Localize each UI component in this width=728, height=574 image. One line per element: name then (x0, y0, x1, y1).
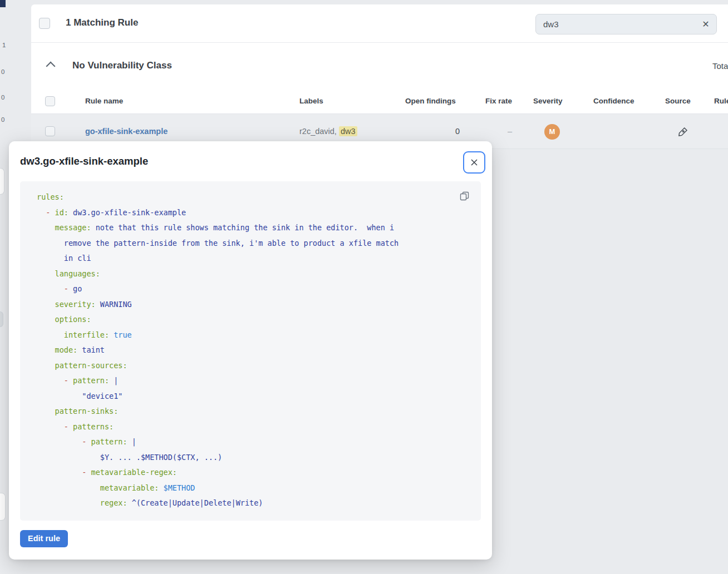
search-input[interactable] (536, 14, 702, 34)
close-dialog-button[interactable] (463, 151, 485, 174)
collapse-section-button[interactable] (43, 58, 58, 72)
left-edge-fragment (0, 311, 3, 327)
rule-detail-dialog: dw3.go-xfile-sink-example rules: - id: d… (9, 141, 492, 560)
code-line: pattern-sources: (37, 358, 399, 374)
column-header-confidence: Confidence (593, 89, 634, 113)
code-line: metavariable: $METHOD (37, 481, 399, 496)
page: 1000 1 Matching Rule ✕ No Vulnerability … (0, 0, 728, 574)
rule-search: ✕ (535, 14, 717, 34)
left-edge-fragment (0, 168, 4, 195)
column-header-rule: Rule (714, 89, 728, 113)
code-line: regex: ^(Create|Update|Delete|Write) (37, 496, 399, 511)
column-header-severity: Severity (533, 89, 563, 113)
vulnerability-class-title: No Vulnerability Class (72, 60, 172, 71)
matching-rules-count: 1 Matching Rule (66, 17, 138, 28)
close-icon (470, 158, 479, 167)
total-label: Total (712, 61, 728, 71)
rule-yaml-codeblock: rules: - id: dw3.go-xfile-sink-example m… (20, 181, 481, 521)
rail-number: 0 (1, 68, 4, 75)
code-line: options: (37, 312, 399, 328)
sidebar-corner-block (0, 0, 6, 7)
code-line: remove the pattern-inside from the sink,… (37, 236, 399, 251)
code-line: in cli (37, 251, 399, 266)
header-select-all-checkbox[interactable] (45, 96, 55, 106)
select-all-checkbox[interactable] (39, 18, 50, 29)
table-header-row: Rule nameLabelsOpen findingsFix rateSeve… (0, 89, 728, 113)
label-highlight: dw3 (339, 126, 357, 136)
column-header-open-findings: Open findings (405, 89, 456, 113)
copy-icon (460, 191, 469, 201)
column-header-source: Source (665, 89, 691, 113)
code-line: - metavariable-regex: (37, 465, 399, 481)
code-line: - go (37, 281, 399, 297)
chevron-up-icon (46, 61, 56, 71)
pen-source-icon (678, 127, 688, 137)
clear-search-button[interactable]: ✕ (699, 17, 713, 32)
toolbar-divider (31, 42, 728, 43)
column-header-fix-rate: Fix rate (485, 89, 512, 113)
code-line: severity: WARNING (37, 297, 399, 313)
code-line: - pattern: | (37, 373, 399, 389)
code-line: rules: (37, 190, 399, 205)
code-line: "device1" (37, 389, 399, 404)
code-line: - id: dw3.go-xfile-sink-example (37, 205, 399, 221)
code-line: interfile: true (37, 328, 399, 343)
code-line: - patterns: (37, 419, 399, 435)
severity-badge: M (544, 124, 560, 140)
copy-code-button[interactable] (456, 189, 472, 205)
dialog-title: dw3.go-xfile-sink-example (20, 155, 148, 167)
code-line: message: note that this rule shows match… (37, 220, 399, 236)
code-line: languages: (37, 266, 399, 282)
left-edge-fragment (0, 493, 6, 521)
column-header-labels: Labels (299, 89, 323, 113)
column-header-rule-name: Rule name (85, 89, 123, 113)
code-line: - pattern: | (37, 434, 399, 450)
fix-rate-value: – (508, 114, 512, 149)
code-line: pattern-sinks: (37, 404, 399, 419)
rail-number: 0 (1, 116, 4, 123)
code-content: rules: - id: dw3.go-xfile-sink-example m… (20, 181, 409, 511)
rail-number: 1 (2, 42, 6, 48)
row-checkbox[interactable] (45, 126, 55, 136)
close-icon: ✕ (702, 19, 709, 29)
labels-text: r2c_david, (299, 127, 339, 136)
code-line: $Y. ... .$METHOD($CTX, ...) (37, 450, 399, 466)
edit-rule-button[interactable]: Edit rule (20, 530, 68, 547)
code-line: mode: taint (37, 343, 399, 358)
